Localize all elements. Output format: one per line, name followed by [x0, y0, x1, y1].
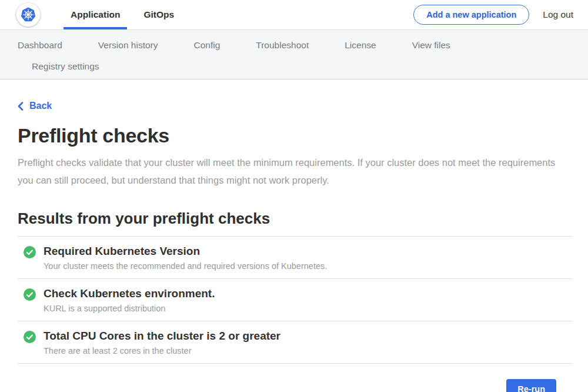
back-link[interactable]: Back [18, 101, 52, 111]
add-application-button[interactable]: Add a new application [413, 5, 529, 25]
tab-application-label: Application [71, 9, 120, 20]
chevron-left-icon [18, 102, 24, 111]
tab-gitops-label: GitOps [143, 9, 174, 20]
subnav-item-dashboard[interactable]: Dashboard [18, 40, 62, 51]
tab-gitops[interactable]: GitOps [136, 0, 181, 29]
back-link-label: Back [29, 101, 52, 111]
check-detail: KURL is a supported distribution [44, 304, 215, 313]
subnav-item-config[interactable]: Config [194, 40, 220, 51]
preflight-check-row: Required Kubernetes Version Your cluster… [18, 237, 572, 279]
subnav-item-troubleshoot[interactable]: Troubleshoot [256, 40, 309, 51]
check-text: Required Kubernetes Version Your cluster… [44, 245, 327, 271]
preflight-page: Back Preflight checks Preflight checks v… [0, 79, 588, 392]
subnav-item-version-history[interactable]: Version history [98, 40, 158, 51]
footer-actions: Re-run [18, 364, 572, 392]
kubernetes-helm-icon [18, 5, 38, 25]
check-title: Check Kubernetes environment. [44, 287, 215, 300]
preflight-results-list: Required Kubernetes Version Your cluster… [18, 236, 572, 364]
logout-link[interactable]: Log out [543, 9, 573, 20]
preflight-check-row: Total CPU Cores in the cluster is 2 or g… [18, 321, 572, 364]
check-title: Total CPU Cores in the cluster is 2 or g… [44, 330, 280, 343]
page-title: Preflight checks [18, 124, 572, 147]
results-heading: Results from your preflight checks [18, 210, 572, 228]
page-description: Preflight checks validate that your clus… [18, 154, 562, 189]
tab-application[interactable]: Application [64, 0, 127, 29]
check-pass-icon [24, 331, 36, 343]
check-detail: Your cluster meets the recommended and r… [44, 261, 327, 271]
subnav-item-registry-settings[interactable]: Registry settings [32, 61, 99, 72]
top-navbar: Application GitOps Add a new application… [0, 0, 588, 30]
topnav-right: Add a new application Log out [413, 0, 573, 29]
check-text: Total CPU Cores in the cluster is 2 or g… [44, 330, 280, 356]
app-subnav: Dashboard Version history Config Trouble… [0, 30, 588, 79]
check-text: Check Kubernetes environment. KURL is a … [44, 287, 215, 313]
check-detail: There are at least 2 cores in the cluste… [44, 346, 280, 356]
preflight-check-row: Check Kubernetes environment. KURL is a … [18, 279, 572, 321]
check-pass-icon [24, 246, 36, 258]
subnav-item-view-files[interactable]: View files [412, 40, 450, 51]
check-title: Required Kubernetes Version [44, 245, 327, 258]
subnav-item-license[interactable]: License [345, 40, 376, 51]
subnav-row-1: Dashboard Version history Config Trouble… [18, 38, 588, 53]
check-pass-icon [24, 288, 36, 301]
subnav-row-2: Registry settings [18, 59, 588, 74]
kubernetes-logo [16, 3, 40, 26]
rerun-button[interactable]: Re-run [506, 379, 556, 392]
